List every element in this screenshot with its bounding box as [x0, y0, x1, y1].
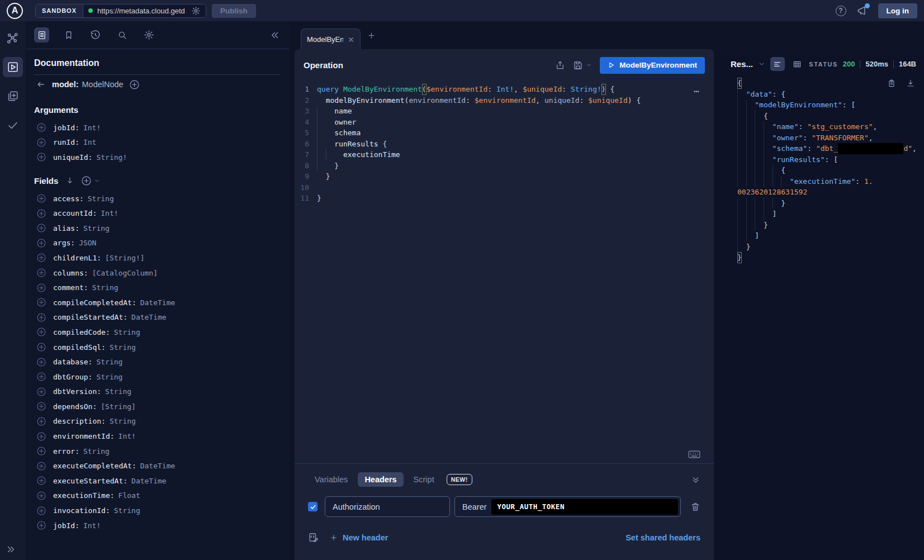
add-field-icon[interactable]: [37, 402, 46, 411]
add-field-icon[interactable]: [37, 239, 46, 248]
field-type[interactable]: [String]: [101, 402, 136, 411]
field-type[interactable]: DateTime: [131, 313, 167, 321]
field-name[interactable]: compileCompletedAt:: [53, 298, 136, 307]
field-name[interactable]: dbtVersion:: [53, 387, 101, 396]
field-name[interactable]: environmentId:: [53, 432, 115, 440]
add-field-icon[interactable]: [37, 417, 46, 426]
field-name[interactable]: uniqueId:: [53, 153, 92, 162]
header-key-input[interactable]: [325, 496, 450, 517]
endpoint-url-segment[interactable]: https://metadata.cloud.getd: [83, 4, 206, 17]
field-name[interactable]: jobId:: [53, 124, 79, 132]
add-field-icon[interactable]: [37, 268, 46, 277]
field-name[interactable]: runId:: [53, 138, 79, 146]
field-name[interactable]: invocationId:: [53, 506, 110, 515]
add-field-icon[interactable]: [37, 194, 46, 203]
login-button[interactable]: Log in: [878, 3, 918, 18]
field-name[interactable]: executeStartedAt:: [53, 477, 127, 485]
tool-bookmarks[interactable]: [61, 27, 76, 42]
response-dropdown-chevron-icon[interactable]: [758, 60, 765, 68]
rail-item-schema[interactable]: [3, 28, 23, 48]
add-field-icon[interactable]: [37, 123, 46, 132]
add-field-icon[interactable]: [37, 432, 46, 441]
field-type[interactable]: Int!: [83, 124, 101, 132]
rail-item-explorer[interactable]: [3, 57, 23, 77]
response-title[interactable]: Res...: [731, 59, 753, 69]
collapse-bottom-panel-icon[interactable]: [691, 475, 700, 485]
field-name[interactable]: childrenL1:: [53, 254, 101, 262]
add-field-icon[interactable]: [37, 138, 46, 147]
tool-history[interactable]: [88, 27, 103, 42]
add-field-icon[interactable]: [37, 209, 46, 218]
query-editor[interactable]: 1query ModelByEnvironment($environmentId…: [295, 81, 714, 463]
tool-search[interactable]: [115, 27, 130, 42]
tab-headers[interactable]: Headers: [358, 472, 403, 487]
field-type[interactable]: DateTime: [140, 462, 176, 470]
copy-response-icon[interactable]: [887, 79, 896, 88]
field-name[interactable]: executeCompletedAt:: [53, 462, 136, 470]
field-type[interactable]: String!: [96, 153, 127, 162]
add-type-icon[interactable]: [130, 80, 139, 89]
view-json-toggle[interactable]: [770, 57, 785, 71]
field-type[interactable]: String: [83, 447, 110, 455]
field-type[interactable]: String: [105, 387, 131, 396]
field-type[interactable]: Int: [83, 138, 96, 146]
tab-variables[interactable]: Variables: [308, 472, 354, 487]
add-field-icon[interactable]: [37, 506, 46, 515]
endpoint-settings-gear-icon[interactable]: [191, 6, 201, 16]
add-field-icon[interactable]: [37, 387, 46, 396]
field-name[interactable]: error:: [53, 447, 79, 455]
rail-item-collections[interactable]: [3, 86, 23, 106]
field-type[interactable]: String: [88, 194, 114, 203]
collapse-doc-panel-icon[interactable]: [270, 30, 280, 40]
field-type[interactable]: Float: [119, 491, 140, 500]
close-tab-icon[interactable]: [348, 36, 354, 43]
add-field-icon[interactable]: [37, 447, 46, 455]
publish-button[interactable]: Publish: [212, 4, 256, 18]
add-field-icon[interactable]: [37, 462, 46, 471]
add-all-fields-icon[interactable]: [82, 176, 100, 186]
endpoint-url[interactable]: https://metadata.cloud.getd: [97, 7, 187, 15]
add-field-icon[interactable]: [37, 298, 46, 307]
field-type[interactable]: String: [96, 358, 122, 366]
run-operation-button[interactable]: ModelByEnvironment: [600, 57, 705, 74]
new-tab-icon[interactable]: [367, 31, 376, 40]
download-response-icon[interactable]: [906, 79, 915, 88]
apollo-logo-icon[interactable]: A: [7, 3, 23, 19]
field-name[interactable]: dependsOn:: [53, 402, 97, 411]
delete-header-icon[interactable]: [690, 502, 700, 512]
field-type[interactable]: String: [92, 283, 119, 292]
breadcrumb-type[interactable]: ModelNode: [82, 80, 124, 89]
field-name[interactable]: description:: [53, 417, 106, 425]
add-field-icon[interactable]: [37, 253, 46, 262]
field-name[interactable]: executionTime:: [53, 491, 115, 500]
add-field-icon[interactable]: [37, 224, 46, 232]
field-name[interactable]: accountId:: [53, 209, 97, 217]
sort-fields-icon[interactable]: [65, 176, 74, 185]
field-name[interactable]: compiledSql:: [53, 343, 106, 352]
field-name[interactable]: dbtGroup:: [53, 373, 92, 381]
field-name[interactable]: alias:: [53, 224, 79, 232]
auth-token-redacted[interactable]: YOUR_AUTH_TOKEN: [491, 499, 678, 515]
add-field-icon[interactable]: [37, 313, 46, 322]
field-type[interactable]: String: [114, 506, 140, 515]
field-type[interactable]: JSON: [79, 239, 96, 247]
operation-tab[interactable]: ModelByEnvi...: [301, 29, 361, 50]
field-name[interactable]: access:: [53, 194, 84, 203]
set-shared-headers-link[interactable]: Set shared headers: [626, 533, 700, 542]
tool-documentation[interactable]: [34, 27, 49, 42]
field-type[interactable]: Int!: [101, 209, 118, 217]
field-name[interactable]: comment:: [53, 283, 88, 292]
add-field-icon[interactable]: [37, 153, 46, 162]
add-field-icon[interactable]: [37, 372, 46, 381]
add-field-icon[interactable]: [37, 491, 46, 500]
expand-rail-icon[interactable]: [6, 544, 16, 554]
view-table-toggle[interactable]: [790, 57, 804, 71]
field-type[interactable]: String: [114, 328, 140, 336]
announcements-megaphone-icon[interactable]: [856, 5, 868, 17]
keyboard-shortcuts-icon[interactable]: [688, 450, 700, 459]
field-type[interactable]: Int!: [119, 432, 136, 440]
field-type[interactable]: DateTime: [131, 477, 167, 485]
field-type[interactable]: Int!: [83, 521, 101, 530]
tool-settings[interactable]: [141, 27, 157, 42]
field-name[interactable]: database:: [53, 358, 92, 366]
